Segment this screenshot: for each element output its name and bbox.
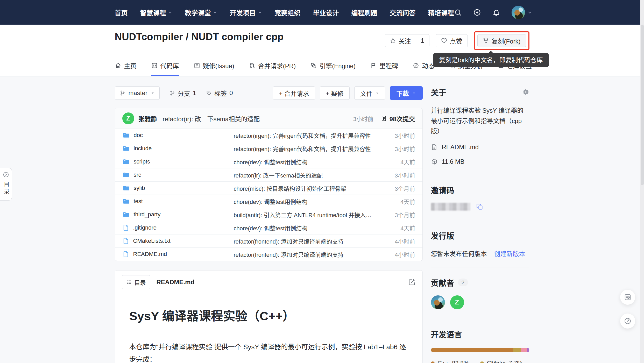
nav-item-graduation[interactable]: 毕业设计	[313, 8, 339, 17]
releases-title: 发行版	[431, 230, 529, 241]
chevron-down-icon	[168, 10, 173, 15]
contributor-avatar[interactable]: Z	[450, 295, 464, 309]
file-name-link[interactable]: doc	[122, 131, 234, 139]
tab-pull-requests[interactable]: 合并请求(PR)	[249, 61, 296, 76]
page-scrollbar[interactable]	[640, 0, 644, 363]
commit-message-link[interactable]: refactor(ir): 改一下sema相关的适配	[234, 171, 376, 179]
activity-icon	[413, 62, 419, 69]
file-name-link[interactable]: CMakeLists.txt	[122, 237, 234, 245]
latest-commit-row: Z 张雅静 refactor(ir): 改一下sema相关的适配 3小时前 98…	[115, 108, 422, 129]
divider	[431, 220, 529, 220]
divider	[431, 175, 529, 175]
language-bar-segment	[529, 348, 529, 352]
file-name-link[interactable]: test	[122, 197, 234, 205]
nav-item-dev-projects[interactable]: 开发项目	[230, 8, 262, 17]
readme-h1: SysY 编译器课程实验（C++）	[129, 306, 408, 332]
commit-message-link[interactable]: refactor(frontend): 添加对只编译前端的支持	[234, 237, 376, 245]
tab-milestones[interactable]: 里程碑	[370, 61, 398, 76]
feedback-edit-button[interactable]	[620, 290, 635, 305]
bell-icon[interactable]	[492, 9, 500, 16]
tab-engine[interactable]: 引擎(Engine)	[310, 61, 356, 76]
nav-item-teaching[interactable]: 教学课堂	[185, 8, 217, 17]
divider	[431, 319, 529, 319]
commit-message-link[interactable]: chore(dev): 调整test用例结构	[234, 224, 376, 232]
file-type-icon	[122, 237, 130, 245]
tab-home[interactable]: 主页	[115, 61, 137, 76]
commit-time: 3小时前	[353, 114, 373, 123]
tab-issues[interactable]: 疑修(Issue)	[194, 61, 234, 76]
copy-icon[interactable]	[476, 203, 483, 210]
file-name-link[interactable]: src	[122, 171, 234, 179]
nav-item-competitions[interactable]: 竞赛组织	[275, 8, 301, 17]
fork-button[interactable]: 复刻(Fork)	[477, 34, 526, 47]
heart-icon	[441, 38, 447, 44]
file-name-link[interactable]: third_party	[122, 211, 234, 218]
nav-item-coding-practice[interactable]: 编程刷题	[351, 8, 377, 17]
commit-message-link[interactable]: refactor(irgen): 完善irgen代码和文档，提升扩展兼容性	[234, 131, 376, 139]
nav-item-training[interactable]: 精培课程	[428, 8, 454, 17]
file-updated-time: 3小时前	[376, 131, 415, 139]
tag-icon	[206, 90, 212, 96]
file-updated-time: 4天前	[376, 197, 415, 205]
commit-message-link[interactable]: chore(dev): 调整test用例结构	[234, 197, 376, 205]
nav-item-home[interactable]: 首页	[115, 8, 128, 17]
file-name-link[interactable]: include	[122, 145, 234, 152]
file-menu-button[interactable]: 文件	[354, 86, 385, 100]
pull-request-icon	[249, 62, 256, 69]
file-name-link[interactable]: README.md	[122, 251, 234, 258]
commit-message-link[interactable]: chore(dev): 调整test用例结构	[234, 158, 376, 166]
language-bar-segment	[521, 348, 527, 352]
contributor-avatar[interactable]	[431, 295, 445, 309]
scrollbar-thumb[interactable]	[641, 25, 644, 185]
watch-button[interactable]: 关注	[385, 34, 416, 47]
readme-toc-button[interactable]: 目录	[122, 275, 150, 289]
nav-item-qa[interactable]: 交流问答	[390, 8, 416, 17]
contributors-avatars: Z	[431, 295, 529, 309]
commit-author-avatar[interactable]: Z	[122, 112, 134, 124]
commit-message[interactable]: refactor(ir): 改一下sema相关的适配	[163, 114, 260, 123]
new-issue-button[interactable]: + 疑修	[320, 86, 350, 100]
document-icon	[431, 144, 438, 151]
readme-body: SysY 编译器课程实验（C++） 本仓库为“并行编译课程实验”提供一个 Sys…	[115, 294, 422, 363]
like-button[interactable]: 点赞	[436, 34, 468, 47]
search-icon[interactable]	[454, 9, 462, 16]
tags-count-link[interactable]: 标签 0	[206, 89, 233, 98]
branch-selector[interactable]: master	[115, 86, 160, 100]
download-button[interactable]: 下载	[390, 86, 423, 100]
plus-circle-icon[interactable]	[473, 9, 481, 16]
file-name-link[interactable]: scripts	[122, 158, 234, 166]
file-name-link[interactable]: sylib	[122, 184, 234, 192]
package-icon	[431, 158, 438, 165]
issue-icon	[194, 62, 200, 69]
user-menu[interactable]	[512, 6, 532, 19]
gear-icon[interactable]	[522, 88, 529, 96]
readme-paragraph: 本仓库为“并行编译课程实验”提供一个 SysY 编译器的最小可运行示例，实验按 …	[129, 341, 408, 363]
branches-count-link[interactable]: 分支 1	[169, 89, 196, 98]
toc-side-tab[interactable]: 目录	[0, 168, 12, 201]
file-name-link[interactable]: .gitignore	[122, 224, 234, 231]
file-updated-time: 4天前	[376, 158, 415, 166]
commit-message-link[interactable]: build(antlr): 引入第三方 ANTLR4 runtime/tool …	[234, 210, 376, 219]
new-pr-button[interactable]: + 合并请求	[273, 86, 315, 100]
tab-activity[interactable]: 动态	[413, 61, 434, 76]
tab-code[interactable]: 代码库	[151, 61, 179, 76]
commits-count-link[interactable]: 98次提交	[381, 114, 415, 123]
branch-icon	[169, 90, 175, 96]
create-release-link[interactable]: 创建新版本	[494, 249, 525, 258]
commit-message-link[interactable]: chore(misc): 按目录结构设计初始化工程骨架	[234, 184, 376, 192]
commit-message-link[interactable]: refactor(frontend): 添加对只编译前端的支持	[234, 250, 376, 258]
repo-controls: master 分支 1 标签 0 + 合并请求 + 疑修 文件	[115, 86, 423, 100]
readme-link[interactable]: README.md	[431, 144, 529, 151]
commit-message-link[interactable]: refactor(irgen): 完善irgen代码和文档，提升扩展兼容性	[234, 144, 376, 153]
chevron-down-icon	[375, 91, 379, 95]
file-type-icon	[122, 158, 130, 166]
nav-item-smart-courses[interactable]: 智慧课程	[140, 8, 173, 17]
edit-icon[interactable]	[408, 278, 416, 286]
file-updated-time: 3个月前	[376, 184, 415, 192]
share-button[interactable]	[620, 314, 635, 329]
watch-count[interactable]: 1	[416, 34, 429, 47]
commit-author-name[interactable]: 张雅静	[138, 114, 157, 123]
file-updated-time: 4小时前	[376, 237, 415, 245]
file-type-icon	[122, 224, 130, 231]
file-type-icon	[122, 171, 130, 179]
